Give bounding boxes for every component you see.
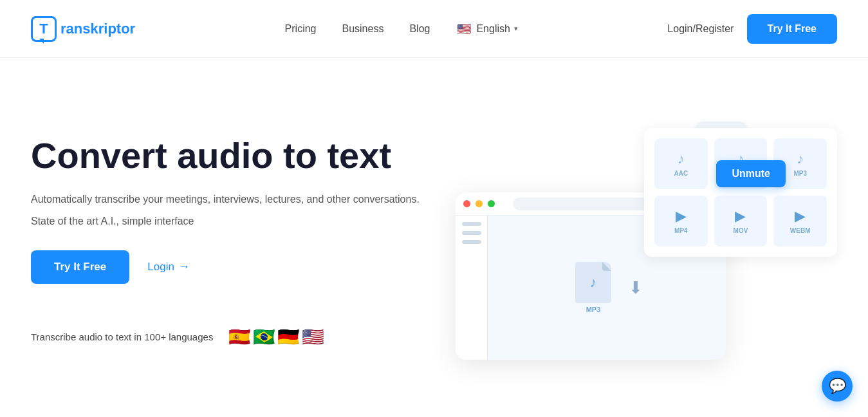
nav-right: Login/Register Try It Free [667,14,837,44]
mp3-paper: ♪ [575,262,611,303]
chat-icon: 💬 [829,378,846,394]
nav-link-blog[interactable]: Blog [409,23,430,35]
logo[interactable]: T ranskriptor [31,16,135,42]
flag-icon: 🇺🇸 [456,21,472,37]
format-mp4: ▶ MP4 [654,196,708,246]
logo-icon: T [31,16,57,42]
window-dot-green [488,200,495,207]
languages-row: Transcribe audio to text in 100+ languag… [31,322,430,352]
mp3-label: MP3 [586,306,601,313]
hero-content: Convert audio to text Automatically tran… [31,136,430,351]
navbar: T ranskriptor Pricing Business Blog 🇺🇸 E… [0,0,868,58]
sidebar-item [462,222,481,226]
hero-login-label: Login [147,261,174,273]
hero-section: Convert audio to text Automatically tran… [0,58,868,417]
hero-sub-description: State of the art A.I., simple interface [31,216,430,227]
audio-file-icon: ♪ [797,151,804,167]
flag-list: 🇪🇸 🇧🇷 🇩🇪 🇺🇸 [225,322,328,352]
flag-english: 🇺🇸 [298,322,328,352]
login-register-link[interactable]: Login/Register [667,23,734,35]
hero-try-free-button[interactable]: Try It Free [31,250,129,284]
format-mp4-label: MP4 [674,227,688,234]
nav-link-pricing[interactable]: Pricing [285,23,317,35]
nav-links: Pricing Business Blog 🇺🇸 English ▾ [285,21,518,37]
format-aac-label: AAC [674,170,688,177]
mp3-file-icon: ♪ MP3 [571,262,616,313]
languages-text: Transcribe audio to text in 100+ languag… [31,331,213,342]
nav-link-business[interactable]: Business [342,23,383,35]
logo-letter: T [39,21,48,37]
hero-login-link[interactable]: Login → [147,260,190,273]
video-file-icon: ▶ [676,208,687,225]
sidebar-item [462,231,481,235]
unmute-button[interactable]: Unmute [716,160,786,187]
window-dot-yellow [476,200,483,207]
language-label: English [476,23,510,35]
format-mov-label: MOV [734,227,748,234]
nav-try-free-button[interactable]: Try It Free [747,14,837,44]
download-icon: ⬇ [629,278,643,298]
formats-window: ♪ AAC ♪ WAV ♪ MP3 ▶ MP4 ▶ MOV [644,128,837,257]
hero-illustration: Unmute ♪ [430,109,837,379]
music-note-icon: ♪ [590,274,597,291]
format-aac: ♪ AAC [654,138,708,189]
format-mp3-label: MP3 [793,170,807,177]
video-file-icon: ▶ [735,208,746,225]
hero-actions: Try It Free Login → [31,250,430,284]
chat-bubble-button[interactable]: 💬 [822,371,853,402]
arrow-right-icon: → [178,260,190,273]
language-selector[interactable]: 🇺🇸 English ▾ [456,21,517,37]
audio-file-icon: ♪ [678,151,685,167]
logo-text: ranskriptor [60,21,135,37]
chevron-down-icon: ▾ [514,24,518,33]
format-webm: ▶ WEBM [773,196,827,246]
app-sidebar [456,216,488,360]
hero-description: Automatically transcribe your meetings, … [31,191,430,208]
hero-title: Convert audio to text [31,136,430,176]
window-dot-red [463,200,470,207]
format-webm-label: WEBM [790,227,811,234]
video-file-icon: ▶ [795,208,806,225]
sidebar-item [462,240,481,244]
format-mov: ▶ MOV [714,196,768,246]
